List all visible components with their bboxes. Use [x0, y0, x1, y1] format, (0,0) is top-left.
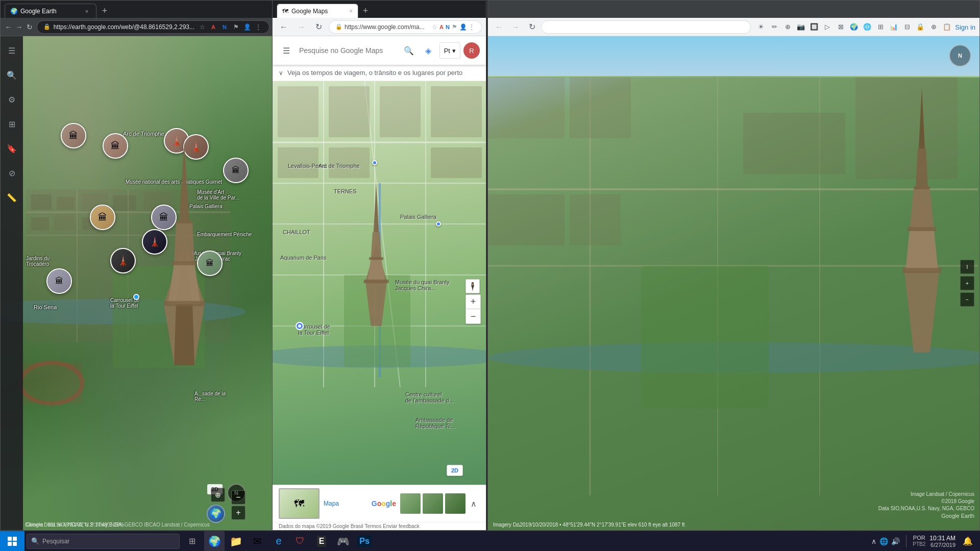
user-circle-icon[interactable]: 👤: [242, 22, 252, 32]
bookmark-star-icon[interactable]: ☆: [198, 22, 207, 32]
earth2-tool14[interactable]: ⊕: [927, 21, 940, 33]
taskbar-edge[interactable]: e: [268, 531, 289, 552]
tray-sound-icon[interactable]: 🔊: [891, 537, 900, 545]
earth2-forward-btn[interactable]: →: [508, 20, 523, 34]
earth2-side-btn1[interactable]: I: [960, 260, 974, 274]
taskbar-search-bar[interactable]: 🔍 Pesquisar: [27, 534, 180, 549]
maps-pegman-icon[interactable]: 🕴: [465, 279, 480, 293]
earth-tab-close[interactable]: ×: [83, 7, 91, 15]
earth2-url-display[interactable]: [541, 20, 751, 34]
maps-tab[interactable]: 🗺 Google Maps ×: [277, 4, 358, 18]
refresh-button-earth[interactable]: ↻: [26, 20, 34, 34]
flag-icon[interactable]: ⚑: [231, 22, 240, 32]
sidebar-menu-icon[interactable]: ☰: [4, 42, 20, 59]
taskbar-photoshop[interactable]: Ps: [354, 531, 375, 552]
sidebar-ruler-icon[interactable]: 📏: [4, 189, 20, 206]
earth2-tool15[interactable]: 📋: [941, 21, 953, 33]
maps-avatar[interactable]: R: [463, 42, 480, 59]
maps-2d-btn[interactable]: 2D: [447, 465, 463, 476]
photo-trocadero[interactable]: 🏛: [46, 268, 72, 294]
earth2-tool10[interactable]: ⊞: [874, 21, 887, 33]
maps-new-tab[interactable]: +: [358, 4, 373, 18]
earth2-tool13[interactable]: 🔒: [914, 21, 926, 33]
maps-tab-close[interactable]: ×: [349, 8, 353, 15]
maps-search-input[interactable]: [299, 41, 396, 60]
taskbar-explorer[interactable]: 📁: [226, 531, 246, 552]
earth2-tool8[interactable]: 🌍: [848, 21, 860, 33]
maps-user-icon[interactable]: 👤: [459, 23, 467, 31]
sidebar-search-icon[interactable]: 🔍: [4, 67, 20, 83]
maps-back-btn[interactable]: ←: [277, 20, 291, 34]
photo-thumb-3[interactable]: [445, 493, 465, 514]
earth2-tool1[interactable]: ☀: [755, 21, 767, 33]
maps-zoom-out[interactable]: −: [466, 309, 480, 323]
maps-n-icon[interactable]: N: [446, 24, 450, 30]
photo-monument3[interactable]: 🏛: [223, 158, 249, 183]
maps-mini-thumbnail[interactable]: 🗺: [279, 488, 320, 519]
earth2-refresh-btn[interactable]: ↻: [525, 20, 539, 34]
new-tab-button[interactable]: +: [97, 4, 112, 18]
notification-btn[interactable]: 🔔: [960, 531, 976, 552]
earth2-tool9[interactable]: 🌐: [861, 21, 873, 33]
maps-url-input[interactable]: 🔒 https://www.google.com/ma... ☆ A N ⚑ 👤…: [329, 20, 482, 34]
tray-network-icon[interactable]: 🌐: [879, 537, 888, 545]
location-btn-earth[interactable]: ⊕: [211, 488, 225, 502]
earth2-map-content[interactable]: Eiffel Tower ▲ N I + − Image Landsat / C…: [488, 36, 979, 530]
taskbar-clock[interactable]: 10:31 AM 6/27/2019: [929, 535, 955, 548]
language-indicator[interactable]: POR PTB2: [913, 535, 925, 547]
adblock-icon[interactable]: A: [209, 22, 218, 32]
more-options-icon[interactable]: ⋮: [254, 22, 263, 32]
globe-mini-earth[interactable]: 🌍: [207, 505, 225, 523]
taskbar-chrome-earth[interactable]: 🌍: [204, 531, 225, 552]
sidebar-bookmark-icon[interactable]: 🔖: [4, 140, 20, 157]
earth2-tool4[interactable]: 📷: [795, 21, 807, 33]
photo-arc-triomphe[interactable]: 🏛: [61, 123, 86, 148]
taskbar-mail[interactable]: ✉: [247, 531, 267, 552]
sidebar-settings-icon[interactable]: ⚙: [4, 91, 20, 108]
maps-flag-icon[interactable]: ⚑: [452, 23, 457, 31]
earth2-tool7[interactable]: ⊠: [835, 21, 847, 33]
photo-arc-triomphe-2[interactable]: 🏛: [103, 133, 128, 159]
tab-google-earth[interactable]: 🌍 Google Earth ×: [5, 4, 96, 18]
photo-musee1[interactable]: 🏛: [90, 205, 115, 230]
thumbs-expand-icon[interactable]: ∧: [468, 493, 480, 514]
maps-forward-btn[interactable]: →: [294, 20, 308, 34]
earth2-compass[interactable]: N: [949, 44, 971, 67]
photo-tower2[interactable]: 🗼: [110, 248, 136, 273]
taskbar-antivirus[interactable]: 🛡: [290, 531, 310, 552]
earth2-back-btn[interactable]: ←: [492, 20, 506, 34]
maps-map-view-label[interactable]: Mapa: [324, 500, 339, 507]
earth2-tool11[interactable]: 📊: [888, 21, 900, 33]
forward-button-earth[interactable]: →: [15, 20, 23, 34]
maps-content[interactable]: Levallois-Perret Arc de Triomphe TERNES …: [273, 81, 486, 522]
maps-travel-hint[interactable]: ∨ Veja os tempos de viagem, o trânsito e…: [273, 65, 486, 81]
sidebar-layers-icon[interactable]: ⊞: [4, 116, 20, 132]
url-input-earth[interactable]: 🔒 https://earth.google.com/web/@48.86165…: [37, 20, 270, 34]
maps-search-button[interactable]: 🔍: [401, 42, 417, 59]
maps-pin-palais[interactable]: [436, 221, 441, 227]
photo-thumb-2[interactable]: [423, 493, 443, 514]
earth2-tool2[interactable]: ✏: [768, 21, 780, 33]
zoom-out-earth[interactable]: −: [231, 490, 246, 505]
earth2-side-btn3[interactable]: −: [960, 292, 974, 307]
taskbar-epic[interactable]: E: [311, 531, 332, 552]
back-button-earth[interactable]: ←: [5, 20, 12, 34]
zoom-in-earth[interactable]: +: [231, 506, 246, 520]
maps-hamburger-btn[interactable]: ☰: [279, 43, 294, 58]
maps-pin-arc[interactable]: [372, 160, 377, 165]
earth2-side-btn2[interactable]: +: [960, 276, 974, 290]
sidebar-share-icon[interactable]: ⊘: [4, 165, 20, 181]
maps-directions-btn[interactable]: ◈: [420, 42, 436, 59]
earth2-tool6[interactable]: ▷: [821, 21, 834, 33]
ext-icon-n[interactable]: N: [220, 22, 229, 32]
earth2-tool5[interactable]: 🔲: [808, 21, 820, 33]
maps-adblock-icon[interactable]: A: [439, 24, 444, 30]
earth2-signin-btn[interactable]: Sign in: [955, 23, 975, 31]
earth2-tool3[interactable]: ⊕: [781, 21, 794, 33]
maps-pin-carrousel[interactable]: [296, 322, 304, 330]
maps-url-star[interactable]: ☆: [432, 23, 437, 31]
maps-more-icon[interactable]: ⋮: [468, 23, 475, 31]
tray-up-arrow[interactable]: ∧: [871, 537, 876, 545]
taskbar-steam[interactable]: 🎮: [333, 531, 353, 552]
earth2-tool12[interactable]: ⊟: [901, 21, 913, 33]
